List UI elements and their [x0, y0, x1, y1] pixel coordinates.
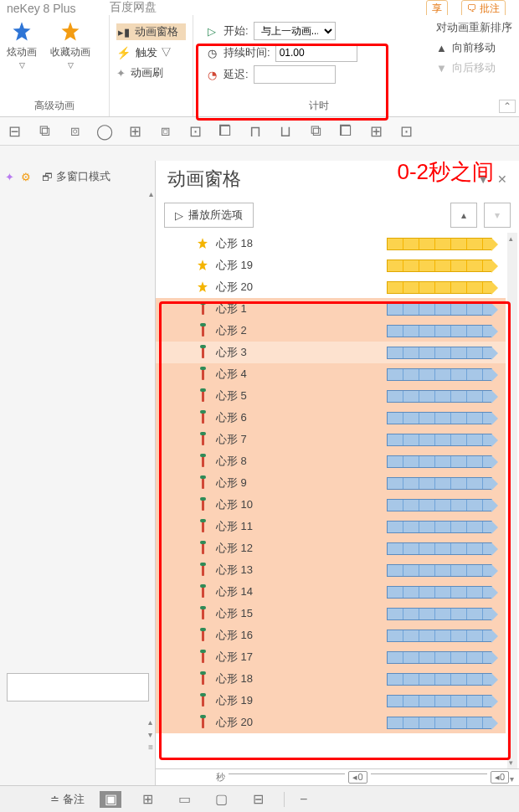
animation-item[interactable]: 心形 19	[156, 690, 506, 712]
align-icon[interactable]: ⧈	[156, 122, 174, 141]
timing-bar[interactable]	[387, 390, 492, 403]
play-selected-button[interactable]: ▷播放所选项	[164, 203, 254, 228]
timing-bar[interactable]	[387, 695, 492, 707]
motion-line-icon	[196, 367, 209, 381]
timeline-ruler[interactable]: 秒 ◂0 ◂0 ▾	[156, 768, 519, 785]
timing-bar[interactable]	[387, 521, 492, 533]
animation-item[interactable]: 心形 1	[156, 298, 506, 320]
dazzle-animation-button[interactable]: 炫动画 ▽	[7, 20, 37, 69]
ruler-zero[interactable]: ◂0	[348, 771, 367, 784]
animation-item[interactable]: 心形 7	[156, 429, 506, 450]
ruler-dropdown-icon[interactable]: ▾	[510, 774, 514, 784]
align-icon[interactable]: ⊡	[186, 122, 204, 141]
align-icon[interactable]: ⧉	[35, 122, 54, 141]
timing-bar[interactable]	[387, 586, 492, 599]
timing-bar[interactable]	[387, 368, 492, 381]
timing-bar[interactable]	[387, 347, 492, 359]
thumb-scroll[interactable]: ▴▾≡	[148, 717, 153, 752]
align-icon[interactable]: ⊔	[276, 122, 295, 141]
move-later-button[interactable]: ▼向后移动	[436, 60, 512, 75]
timing-bar[interactable]	[387, 717, 492, 729]
star-orange-icon	[59, 20, 82, 44]
timing-bar[interactable]	[387, 434, 492, 446]
animation-item[interactable]: 心形 20	[156, 276, 506, 298]
align-icon[interactable]: ⊡	[397, 122, 415, 141]
scroll-up-icon[interactable]: ▴	[149, 189, 153, 198]
view-sorter-icon[interactable]: ⊞	[136, 791, 158, 808]
timing-bar[interactable]	[387, 325, 492, 337]
align-icon[interactable]: ⊟	[5, 122, 23, 141]
animation-item[interactable]: 心形 6	[156, 407, 506, 429]
view-slideshow-icon[interactable]: ▢	[210, 791, 232, 808]
timing-bar[interactable]	[387, 477, 492, 490]
animation-painter-button[interactable]: ✦动画刷	[116, 65, 186, 80]
animation-item[interactable]: 心形 12	[156, 537, 506, 559]
animation-item[interactable]: 心形 13	[156, 559, 506, 581]
zoom-out-icon[interactable]: −	[300, 792, 307, 807]
timing-bar[interactable]	[387, 412, 492, 424]
timing-bar[interactable]	[387, 651, 492, 664]
move-earlier-button[interactable]: ▲向前移动	[436, 40, 512, 55]
delay-input[interactable]	[254, 65, 336, 84]
timing-bar[interactable]	[387, 260, 492, 272]
view-reading-icon[interactable]: ▭	[173, 791, 195, 808]
gear-icon[interactable]: ⚙	[21, 171, 31, 183]
animation-item[interactable]: 心形 20	[156, 712, 506, 733]
animation-item[interactable]: 心形 14	[156, 581, 506, 603]
align-icon[interactable]: ⊞	[126, 122, 144, 141]
timing-bar[interactable]	[387, 499, 492, 511]
animation-item[interactable]: 心形 5	[156, 385, 506, 407]
align-icon[interactable]: ⧉	[306, 122, 325, 141]
animation-pane-toggle[interactable]: ▸▮动画窗格	[116, 23, 186, 40]
slide-thumb[interactable]	[7, 673, 149, 702]
item-name: 心形 1	[216, 301, 247, 316]
timing-bar[interactable]	[387, 673, 492, 686]
notes-button[interactable]: ≐ 备注	[50, 792, 85, 807]
animation-item[interactable]: 心形 2	[156, 320, 506, 342]
list-scrollbar[interactable]: ▴▾	[507, 233, 517, 768]
motion-line-icon	[196, 389, 209, 403]
animation-item[interactable]: 心形 11	[156, 516, 506, 537]
favorite-animation-button[interactable]: 收藏动画 ▽	[50, 20, 90, 69]
sparkle-icon[interactable]: ✦	[5, 171, 14, 183]
align-icon[interactable]: ⧇	[65, 122, 84, 141]
star-icon	[196, 280, 209, 294]
multi-window-button[interactable]: 🗗 多窗口模式	[38, 167, 115, 187]
duration-input[interactable]	[275, 44, 357, 62]
ruler-zero[interactable]: ◂0	[491, 771, 509, 784]
timing-bar[interactable]	[387, 564, 492, 577]
align-icon[interactable]: ⊞	[367, 122, 385, 141]
timing-bar[interactable]	[387, 542, 492, 555]
move-up-button[interactable]: ▴	[450, 203, 477, 228]
seconds-label: 秒	[216, 771, 225, 784]
trigger-button[interactable]: ⚡触发 ▽	[116, 45, 186, 60]
view-normal-icon[interactable]: ▣	[100, 791, 121, 808]
align-icon[interactable]: ⊓	[246, 122, 265, 141]
align-icon[interactable]: ◯	[95, 122, 114, 141]
timing-bar[interactable]	[387, 281, 492, 294]
animation-item[interactable]: 心形 17	[156, 646, 506, 668]
timing-bar[interactable]	[387, 608, 492, 620]
item-name: 心形 19	[216, 693, 253, 708]
move-down-button[interactable]: ▾	[484, 203, 511, 228]
animation-item[interactable]: 心形 18	[156, 668, 506, 690]
timing-bar[interactable]	[387, 303, 492, 316]
animation-item[interactable]: 心形 18	[156, 233, 506, 254]
timing-bar[interactable]	[387, 238, 492, 250]
start-select[interactable]: 与上一动画...	[254, 22, 336, 40]
align-icon[interactable]: ⧠	[216, 122, 234, 141]
animation-item[interactable]: 心形 9	[156, 472, 506, 494]
animation-item[interactable]: 心形 3	[156, 342, 506, 363]
animation-item[interactable]: 心形 16	[156, 624, 506, 646]
timing-bar[interactable]	[387, 455, 492, 468]
animation-item[interactable]: 心形 10	[156, 494, 506, 516]
pane-close-button[interactable]: ✕	[497, 172, 507, 186]
ribbon-collapse-button[interactable]: ⌃	[499, 100, 516, 113]
animation-item[interactable]: 心形 19	[156, 254, 506, 276]
animation-item[interactable]: 心形 4	[156, 363, 506, 385]
animation-item[interactable]: 心形 8	[156, 450, 506, 472]
view-other-icon[interactable]: ⊟	[247, 791, 269, 808]
align-icon[interactable]: ⧠	[337, 122, 355, 141]
animation-item[interactable]: 心形 15	[156, 603, 506, 624]
timing-bar[interactable]	[387, 630, 492, 642]
